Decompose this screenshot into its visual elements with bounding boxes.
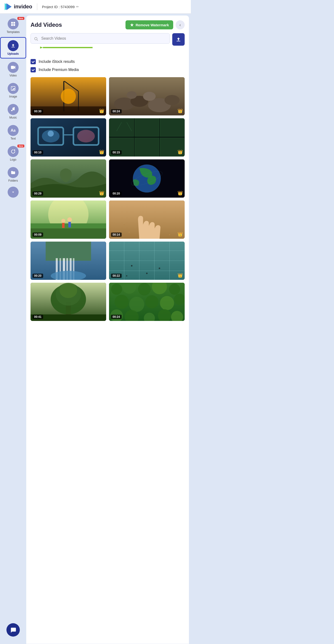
video-thumb-11[interactable]: 00:41 <box>30 283 106 321</box>
search-container <box>30 33 170 46</box>
svg-point-19 <box>61 89 76 104</box>
sidebar-item-folders[interactable]: Folders <box>0 165 26 185</box>
sidebar-item-uploads[interactable]: Uploads <box>0 37 26 58</box>
video-duration-10: 00:22 <box>111 274 122 278</box>
project-id-text: Project ID : 5743099 <box>42 5 75 9</box>
sidebar-item-templates[interactable]: New Templates <box>0 16 26 36</box>
svg-point-79 <box>131 265 132 266</box>
svg-point-87 <box>60 283 77 298</box>
edit-project-icon[interactable]: ✏ <box>76 5 79 8</box>
main-layout: New Templates Uploads Video Image <box>0 14 191 644</box>
sidebar-label-video: Video <box>9 74 17 77</box>
video-duration-7: 00:09 <box>32 232 43 237</box>
video-thumb-9[interactable]: 00:20 <box>30 242 106 280</box>
checkbox-istock-row: Include iStock results <box>30 59 185 64</box>
video-duration-1: 00:30 <box>32 109 43 114</box>
premium-icon-1: 👑 <box>99 108 104 114</box>
sidebar-more-button[interactable] <box>8 187 19 198</box>
video-duration-4: 00:15 <box>111 150 122 154</box>
svg-point-82 <box>126 275 127 276</box>
video-thumb-7[interactable]: 00:09 <box>30 200 106 239</box>
upload-button[interactable] <box>172 33 185 46</box>
video-duration-9: 00:20 <box>32 274 43 278</box>
svg-point-26 <box>143 92 156 101</box>
svg-point-9 <box>12 87 13 88</box>
premium-icon-3: 👑 <box>99 149 104 154</box>
svg-rect-62 <box>46 242 91 261</box>
panel-title: Add Videos <box>30 22 62 28</box>
svg-rect-54 <box>62 223 65 228</box>
svg-rect-14 <box>176 41 180 41</box>
video-duration-3: 00:10 <box>32 150 43 154</box>
panel-header: Add Videos Remove Watermark ‹ <box>30 20 185 30</box>
checkbox-istock[interactable] <box>30 59 36 64</box>
invideo-logo-icon <box>4 2 12 11</box>
sidebar-item-logo[interactable]: New Logo <box>0 144 26 164</box>
search-input[interactable] <box>30 33 170 44</box>
sidebar-item-text[interactable]: Aa Text <box>0 122 26 143</box>
video-duration-2: 00:24 <box>111 109 122 114</box>
premium-icon-6: 👑 <box>177 190 183 196</box>
templates-icon <box>8 18 19 30</box>
video-thumb-1[interactable]: 00:30 👑 <box>30 77 106 116</box>
svg-rect-37 <box>135 118 159 136</box>
svg-marker-1 <box>6 3 12 10</box>
sidebar-label-templates: Templates <box>7 30 20 34</box>
video-thumb-2[interactable]: 00:24 👑 <box>109 77 185 116</box>
svg-rect-7 <box>11 66 14 69</box>
svg-point-98 <box>160 296 174 310</box>
green-arrow-indicator <box>40 44 93 51</box>
video-thumb-12[interactable]: 00:24 <box>109 283 185 321</box>
premium-icon-4: 👑 <box>177 149 183 154</box>
svg-point-90 <box>111 284 122 295</box>
video-duration-8: 00:14 <box>111 232 122 237</box>
premium-icon-2: 👑 <box>177 108 183 114</box>
new-badge-templates: New <box>17 17 24 20</box>
sidebar-label-text: Text <box>10 137 16 140</box>
video-thumb-10[interactable]: 00:22 👑 <box>109 242 185 280</box>
sidebar-item-video[interactable]: Video <box>0 60 26 80</box>
svg-point-10 <box>35 38 37 40</box>
back-icon: ‹ <box>179 22 181 28</box>
svg-point-53 <box>61 219 65 223</box>
sidebar-item-image[interactable]: Image <box>0 80 26 100</box>
video-icon <box>8 62 19 73</box>
svg-point-33 <box>77 130 95 142</box>
svg-line-11 <box>37 40 38 40</box>
svg-point-99 <box>174 294 185 305</box>
topbar-divider <box>37 3 37 10</box>
video-duration-11: 00:41 <box>32 315 43 319</box>
checkbox-premium[interactable] <box>30 67 36 72</box>
sidebar-label-image: Image <box>9 95 17 98</box>
sidebar: New Templates Uploads Video Image <box>0 14 26 644</box>
logo-icon-sidebar <box>8 146 19 157</box>
video-thumb-5[interactable]: 00:29 👑 <box>30 160 106 198</box>
video-thumb-4[interactable]: 00:15 👑 <box>109 118 185 156</box>
premium-icon-5: 👑 <box>99 190 104 196</box>
premium-icon-10: 👑 <box>177 273 183 278</box>
project-id: Project ID : 5743099 ✏ <box>42 5 79 9</box>
svg-point-94 <box>169 284 180 295</box>
checkbox-premium-label: Include Premium Media <box>39 68 79 72</box>
chat-button[interactable] <box>6 623 20 636</box>
svg-rect-2 <box>11 22 13 24</box>
video-thumb-8[interactable]: 00:14 👑 <box>109 200 185 239</box>
video-thumb-6[interactable]: 00:20 👑 <box>109 160 185 198</box>
remove-watermark-button[interactable]: Remove Watermark <box>126 20 173 30</box>
sidebar-label-folders: Folders <box>8 179 18 182</box>
svg-rect-56 <box>68 222 71 228</box>
svg-point-34 <box>48 130 54 136</box>
svg-rect-36 <box>110 118 134 136</box>
back-button[interactable]: ‹ <box>175 20 185 30</box>
checkbox-istock-label: Include iStock results <box>39 60 75 64</box>
premium-icon-8: 👑 <box>177 232 183 237</box>
topbar: invideo Project ID : 5743099 ✏ <box>0 0 191 14</box>
video-thumb-3[interactable]: 00:10 👑 <box>30 118 106 156</box>
sidebar-label-logo: Logo <box>10 158 16 161</box>
svg-point-95 <box>115 295 129 309</box>
svg-rect-4 <box>11 24 13 26</box>
svg-point-96 <box>129 297 144 312</box>
svg-rect-40 <box>135 138 159 156</box>
sidebar-item-music[interactable]: Music <box>0 102 26 122</box>
svg-point-81 <box>159 268 160 269</box>
